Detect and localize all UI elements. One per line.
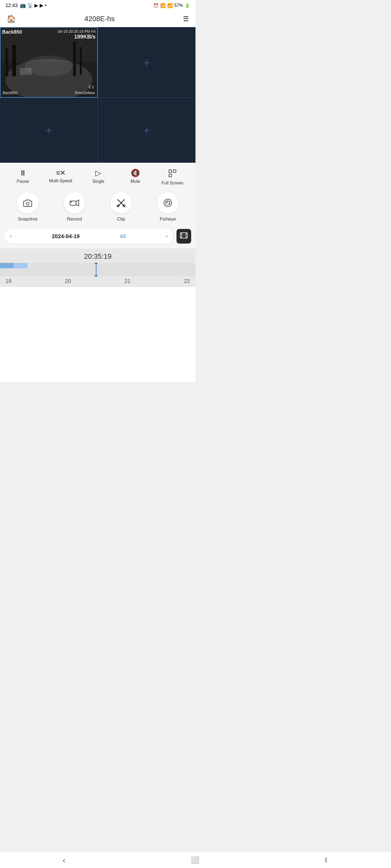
needle-bottom — [94, 274, 98, 276]
svg-point-8 — [25, 55, 73, 76]
primary-controls: ⏸ Pause ≡✕ Multi-Speed ▷ Single 🔇 Mute F… — [0, 167, 196, 190]
svg-rect-5 — [73, 41, 76, 76]
full-screen-icon — [168, 169, 176, 179]
camera-grid: Back850 04-19 20:35:19 PM Fri 189KB/s Z … — [0, 27, 196, 163]
content-spacer — [0, 287, 196, 382]
camera-brand-1: Revo2Maxx — [75, 91, 95, 95]
fisheye-label: Fisheye — [160, 216, 176, 222]
film-icon — [180, 231, 188, 241]
svg-rect-10 — [173, 170, 176, 173]
secondary-controls: Snapshot Record Clip — [0, 190, 196, 226]
camera-cell-4[interactable]: + — [98, 98, 196, 163]
date-right-arrow[interactable]: › — [166, 233, 168, 240]
date-left-arrow[interactable]: ‹ — [10, 233, 12, 240]
clip-label: Clip — [117, 216, 125, 222]
date-row: ‹ 2024-04-19 All › — [0, 226, 196, 246]
wifi-icon: 📶 — [160, 3, 166, 8]
timeline-needle — [96, 263, 96, 276]
page-title: 4208E-hs — [84, 14, 115, 23]
add-camera-icon-4[interactable]: + — [143, 123, 150, 138]
camera-bandwidth-1: 189KB/s — [58, 34, 95, 40]
clip-button[interactable]: Clip — [110, 192, 132, 222]
timeline-section[interactable]: 20:35:19 19 20 21 22 — [0, 248, 196, 287]
camera-overlay-bottom-1: Back850 Revo2Maxx — [3, 91, 95, 95]
camera-cell-2[interactable]: + — [98, 27, 196, 98]
svg-rect-11 — [169, 174, 172, 177]
svg-rect-24 — [180, 234, 187, 237]
single-button[interactable]: ▷ Single — [87, 169, 109, 184]
camera-cell-1[interactable]: Back850 04-19 20:35:19 PM Fri 189KB/s Z … — [0, 27, 98, 98]
add-camera-icon-3[interactable]: + — [45, 123, 53, 138]
zoom-indicator-1: Z 1 — [88, 85, 94, 89]
status-time: 12:43 — [5, 3, 18, 8]
camera-overlay-top-1: Back850 04-19 20:35:19 PM Fri 189KB/s — [2, 29, 95, 40]
snapshot-icon-wrap — [17, 192, 38, 214]
record-icon-wrap — [63, 192, 85, 214]
timeline-bar[interactable] — [0, 263, 196, 276]
svg-rect-29 — [186, 233, 187, 234]
date-all-button[interactable]: All — [120, 233, 126, 240]
svg-rect-28 — [181, 237, 181, 238]
record-label: Record — [67, 216, 82, 222]
camera-feed-1: Back850 04-19 20:35:19 PM Fri 189KB/s Z … — [1, 28, 97, 97]
pause-icon: ⏸ — [19, 169, 27, 177]
fisheye-icon-wrap — [157, 192, 179, 214]
snapshot-button[interactable]: Snapshot — [17, 192, 38, 222]
snapshot-label: Snapshot — [18, 216, 37, 222]
full-screen-label: Full Screen — [162, 181, 184, 186]
timeline-label-21: 21 — [124, 278, 131, 284]
multi-speed-button[interactable]: ≡✕ Multi-Speed — [49, 169, 72, 183]
svg-rect-30 — [186, 237, 187, 238]
svg-rect-3 — [5, 49, 8, 76]
timeline-label-20: 20 — [65, 278, 71, 284]
timeline-label-22: 22 — [184, 278, 190, 284]
svg-point-20 — [164, 199, 172, 207]
status-right: ⏰ 📶 📶 57% 🔋 — [153, 3, 190, 8]
battery-percent: 57% — [174, 3, 183, 8]
svg-marker-14 — [76, 200, 79, 206]
signal-icon: 📶 — [167, 3, 173, 8]
full-screen-button[interactable]: Full Screen — [162, 169, 184, 186]
svg-rect-4 — [12, 45, 16, 76]
timeline-time: 20:35:19 — [0, 248, 196, 263]
fisheye-button[interactable]: Fisheye — [157, 192, 179, 222]
multi-speed-label: Multi-Speed — [49, 179, 72, 183]
camera-cell-3[interactable]: + — [0, 98, 98, 163]
timeline-segment-1 — [0, 263, 13, 268]
timeline-segment-2 — [13, 263, 27, 268]
mute-button[interactable]: 🔇 Mute — [124, 169, 146, 184]
home-icon[interactable]: 🏠 — [6, 14, 16, 23]
timeline-label-19: 19 — [5, 278, 11, 284]
svg-rect-6 — [80, 47, 82, 75]
needle-top — [94, 263, 98, 265]
multi-speed-icon: ≡✕ — [56, 169, 65, 176]
top-nav: 🏠 4208E-hs ☰ — [0, 11, 196, 27]
single-label: Single — [92, 179, 104, 184]
battery-icon: 🔋 — [185, 3, 190, 8]
status-icons: 📺 📡 ▶ ▶ • — [20, 2, 47, 8]
mute-label: Mute — [131, 179, 140, 184]
record-button[interactable]: Record — [63, 192, 85, 222]
clip-icon-wrap — [110, 192, 132, 214]
status-left: 12:43 📺 📡 ▶ ▶ • — [5, 2, 47, 8]
camera-datetime-1: 04-19 20:35:19 PM Fri — [58, 29, 95, 34]
timeline-labels: 19 20 21 22 — [0, 276, 196, 287]
camera-name-1: Back850 — [2, 29, 22, 35]
menu-icon[interactable]: ☰ — [183, 15, 189, 23]
alarm-icon: ⏰ — [153, 3, 159, 8]
status-bar: 12:43 📺 📡 ▶ ▶ • ⏰ 📶 📶 57% 🔋 — [0, 0, 196, 11]
camera-bottom-name-1: Back850 — [3, 91, 18, 95]
svg-rect-27 — [181, 233, 181, 234]
pause-label: Pause — [17, 179, 29, 184]
date-pill[interactable]: ‹ 2024-04-19 All › — [4, 229, 173, 244]
film-button[interactable] — [176, 229, 191, 244]
controls-section: ⏸ Pause ≡✕ Multi-Speed ▷ Single 🔇 Mute F… — [0, 163, 196, 248]
add-camera-icon-2[interactable]: + — [143, 55, 150, 70]
svg-point-12 — [26, 203, 29, 205]
single-icon: ▷ — [95, 169, 101, 177]
svg-rect-9 — [169, 170, 172, 173]
mute-icon: 🔇 — [131, 169, 140, 177]
pause-button[interactable]: ⏸ Pause — [12, 169, 34, 184]
date-display: 2024-04-19 — [52, 233, 80, 240]
svg-point-15 — [71, 202, 72, 203]
